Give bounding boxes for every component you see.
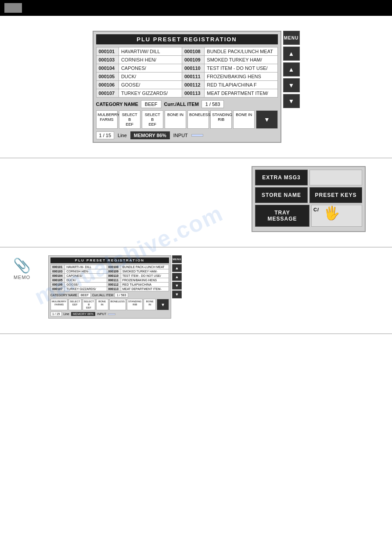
name-cell2[interactable]: TEST ITEM - DO NOT USE/ (205, 64, 277, 73)
small-input-box[interactable] (108, 313, 115, 315)
nav-up2-btn[interactable]: ▲ (283, 62, 300, 76)
code-cell2[interactable]: 000113 (182, 89, 204, 98)
small-preset-key[interactable]: ▼ (157, 299, 169, 310)
code-cell2[interactable]: 000109 (182, 56, 204, 64)
table-row[interactable]: 000105 DUCK/ 000111 FROZEN/BAKING HENS (96, 73, 277, 81)
small-preset-key[interactable]: SELECT B EEF (83, 299, 95, 310)
code-cell[interactable]: 000106 (96, 81, 119, 89)
name-cell2[interactable]: MEAT DEPARTMENT ITEM/ (205, 89, 277, 98)
code-cell2[interactable]: 000110 (182, 64, 204, 73)
name-cell[interactable]: CORNISH HEN/ (119, 56, 182, 64)
small-code2[interactable]: 000110 (107, 274, 121, 278)
table-row[interactable]: 000105 DUCK/ 000111 FROZEN/BAKING HENS (51, 278, 169, 283)
small-name1[interactable]: TURKEY GIZZARDS/ (65, 287, 107, 291)
small-menu-btn[interactable]: MENU (172, 255, 182, 263)
small-preset-key[interactable]: STANDING RIB (127, 299, 143, 310)
small-code1[interactable]: 000106 (51, 283, 65, 287)
memory-btn[interactable]: MEMORY 86% (130, 131, 170, 139)
nav-down1-btn[interactable]: ▼ (283, 78, 300, 92)
small-code2[interactable]: 000112 (107, 283, 121, 287)
name-cell[interactable]: CAPONES/ (119, 64, 182, 73)
table-row[interactable]: 000107 TURKEY GIZZARDS/ 000113 MEAT DEPA… (96, 89, 277, 98)
preset-key[interactable]: MULBERRY FARMS (96, 110, 118, 129)
preset-keys-btn[interactable]: PRESET KEYS (309, 187, 362, 203)
small-nav-down1[interactable]: ▼ (172, 282, 182, 290)
small-nav-down2[interactable]: ▼ (172, 290, 182, 298)
table-row[interactable]: 000101 HAVARTI-W- DILL 000108 BUNDLE PAC… (51, 265, 169, 269)
name-cell[interactable]: HAVARTI/W/ DILL (119, 47, 182, 56)
small-name2[interactable]: RED TILAPIA/CHINA (121, 283, 169, 287)
preset-key[interactable]: BONE IN (233, 110, 255, 129)
small-name1[interactable]: CORNISH HEN- (65, 269, 107, 274)
small-nav-up1[interactable]: ▲ (172, 264, 182, 272)
small-code1[interactable]: 000107 (51, 287, 65, 291)
table-row[interactable]: 000101 HAVARTI/W/ DILL 000108 BUNDLE PAC… (96, 47, 277, 56)
small-code2[interactable]: 000108 (107, 265, 121, 269)
table-row[interactable]: 000104 CAPONES/ 000110 TEST ITEM - DO NO… (51, 274, 169, 278)
name-cell[interactable]: DUCK/ (119, 73, 182, 81)
small-code2[interactable]: 000113 (107, 287, 121, 291)
name-cell2[interactable]: SMOKED TURKEY HAM/ (205, 56, 277, 64)
preset-key[interactable]: BONE IN (165, 110, 186, 129)
name-cell2[interactable]: RED TILAPIA/CHINA F (205, 81, 277, 89)
small-code1[interactable]: 000101 (51, 265, 65, 269)
code-cell2[interactable]: 000112 (182, 81, 204, 89)
store-name-btn[interactable]: STORE NAME (255, 187, 308, 203)
preset-key[interactable]: SELECT B EEF (142, 110, 163, 129)
small-code1[interactable]: 000105 (51, 278, 65, 283)
code-cell[interactable]: 000105 (96, 73, 119, 81)
extra-msg-btn[interactable]: EXTRA MSG3 (255, 170, 308, 185)
small-code2[interactable]: 000111 (107, 278, 121, 283)
plu-bottom-row: CATEGORY NAME BEEF Curr./ALL ITEM 1 / 58… (96, 100, 278, 108)
small-name2[interactable]: BUNDLE PACK-LUNCH MEAT (121, 265, 169, 269)
table-row[interactable]: 000104 CAPONES/ 000110 TEST ITEM - DO NO… (96, 64, 277, 73)
preset-key[interactable]: ▼ (256, 110, 277, 129)
small-name2[interactable]: TEST ITEM - DO NOT USE/ (121, 274, 169, 278)
small-preset-key[interactable]: MULBERRY FARMS (50, 299, 68, 310)
small-name2[interactable]: FROZEN/BAKING HENS (121, 278, 169, 283)
nav-up1-btn[interactable]: ▲ (283, 47, 300, 61)
code-cell2[interactable]: 000111 (182, 73, 204, 81)
small-curr-value: 1 / 583 (115, 293, 128, 297)
small-name1[interactable]: CAPONES/ (65, 274, 107, 278)
preset-key[interactable]: BONELESS (187, 110, 209, 129)
table-row[interactable]: 000107 TURKEY GIZZARDS/ 000113 MEAT DEPA… (51, 287, 169, 291)
table-row[interactable]: 000103 CORNISH HEN- 000109 SMOKED TURKEY… (51, 269, 169, 274)
code-cell[interactable]: 000107 (96, 89, 119, 98)
input-box[interactable] (191, 134, 203, 137)
small-code1[interactable]: 000103 (51, 269, 65, 274)
code-cell2[interactable]: 000108 (182, 47, 204, 56)
memo-icon: 📎 (13, 257, 31, 274)
preset-key[interactable]: SELECT B EEF (119, 110, 140, 129)
small-side-nav: MENU ▲ ▲ ▼ ▼ (172, 255, 182, 298)
other-btn[interactable]: C/ 🖐 (311, 205, 362, 227)
nav-down2-btn[interactable]: ▼ (283, 94, 300, 108)
page-indicator: 1 / 15 (96, 131, 115, 139)
small-preset-key[interactable]: SELECT EEF (68, 299, 81, 310)
table-row[interactable]: 000106 GOOSE/ 000112 RED TILAPIA/CHINA F (96, 81, 277, 89)
name-cell2[interactable]: BUNDLE PACK/LUNCH MEAT (205, 47, 277, 56)
table-row[interactable]: 000106 GOOSE/ 000112 RED TILAPIA/CHINA (51, 283, 169, 287)
tray-message-btn[interactable]: TRAY MESSAGE (255, 205, 309, 227)
code-cell[interactable]: 000103 (96, 56, 119, 64)
small-nav-up2[interactable]: ▲ (172, 273, 182, 281)
small-name1[interactable]: DUCK/ (65, 278, 107, 283)
small-code2[interactable]: 000109 (107, 269, 121, 274)
name-cell2[interactable]: FROZEN/BAKING HENS (205, 73, 277, 81)
small-preset-key[interactable]: BONELESS (109, 299, 126, 310)
code-cell[interactable]: 000104 (96, 64, 119, 73)
preset-key[interactable]: STANDING RIB (210, 110, 232, 129)
small-name1[interactable]: GOOSE/ (65, 283, 107, 287)
code-cell[interactable]: 000101 (96, 47, 119, 56)
menu-btn-large[interactable]: MENU (283, 31, 300, 45)
name-cell[interactable]: TURKEY GIZZARDS/ (119, 89, 182, 98)
small-name2[interactable]: MEAT DEPARTMENT ITEM- (121, 287, 169, 291)
small-name2[interactable]: SMOKED TURKEY HAM- (121, 269, 169, 274)
small-name1[interactable]: HAVARTI-W- DILL (65, 265, 107, 269)
small-memory-btn[interactable]: MEMORY 86% (71, 312, 95, 316)
small-code1[interactable]: 000104 (51, 274, 65, 278)
name-cell[interactable]: GOOSE/ (119, 81, 182, 89)
small-preset-key[interactable]: BONE IN (144, 299, 156, 310)
table-row[interactable]: 000103 CORNISH HEN/ 000109 SMOKED TURKEY… (96, 56, 277, 64)
small-preset-key[interactable]: BONE IN (96, 299, 108, 310)
